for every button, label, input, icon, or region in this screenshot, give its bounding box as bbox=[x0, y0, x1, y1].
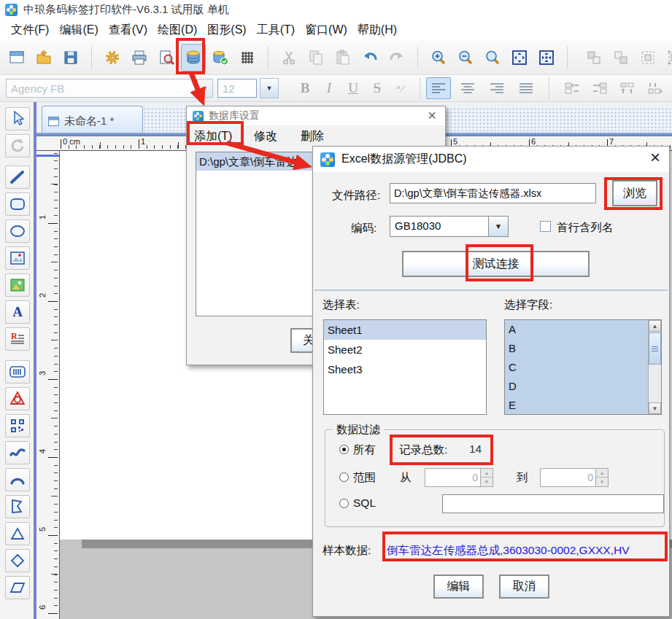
main-toolbar bbox=[0, 40, 672, 75]
browse-button[interactable]: 浏览 bbox=[612, 180, 657, 206]
sql-input[interactable] bbox=[442, 494, 664, 513]
curve-tool-button[interactable] bbox=[5, 441, 30, 464]
font-size-value: 12 bbox=[223, 82, 235, 95]
ruler-label: 6 bbox=[38, 602, 47, 613]
image-tool-button[interactable] bbox=[5, 246, 30, 270]
document-tab[interactable]: 未命名-1 * bbox=[42, 106, 143, 136]
align-justify-button[interactable] bbox=[514, 77, 538, 99]
field-option[interactable]: E bbox=[505, 396, 648, 415]
menu-window[interactable]: 窗口(W) bbox=[300, 20, 352, 40]
zoom-button[interactable] bbox=[480, 44, 505, 71]
menu-file[interactable]: 文件(F) bbox=[6, 20, 54, 40]
chevron-down-icon[interactable]: ▼ bbox=[488, 217, 508, 236]
print-button[interactable] bbox=[127, 44, 152, 71]
select-tool-button[interactable] bbox=[5, 107, 30, 131]
spinner-up-icon[interactable]: ▲ bbox=[595, 469, 608, 478]
db-dialog-titlebar[interactable]: 数据库设置 × bbox=[187, 106, 445, 125]
menu-help[interactable]: 帮助(H) bbox=[352, 20, 402, 40]
field-option[interactable]: B bbox=[505, 339, 648, 358]
scrollbar-thumb[interactable] bbox=[649, 332, 661, 365]
text-tool-button[interactable]: A bbox=[5, 300, 30, 324]
spinner-up-icon[interactable]: ▲ bbox=[480, 469, 493, 478]
settings-gear-button[interactable] bbox=[100, 44, 125, 71]
picture-tool-button[interactable] bbox=[5, 273, 30, 297]
italic-button[interactable]: I bbox=[317, 77, 341, 99]
test-connection-button[interactable]: 测试连接 bbox=[402, 251, 590, 277]
barcode-tool-button[interactable] bbox=[5, 360, 30, 384]
menu-shape[interactable]: 图形(S) bbox=[202, 20, 251, 40]
triangle-tool-button[interactable] bbox=[5, 522, 30, 545]
ellipse-tool-button[interactable] bbox=[5, 219, 30, 243]
font-name-arrow-icon[interactable]: ▼ bbox=[197, 79, 213, 98]
undo-button[interactable] bbox=[358, 44, 382, 71]
menu-draw[interactable]: 绘图(D) bbox=[152, 20, 202, 40]
zoom-out-button[interactable] bbox=[453, 44, 478, 71]
copy-button bbox=[304, 44, 328, 71]
scroll-down-icon[interactable]: ▼ bbox=[649, 402, 661, 414]
bold-button[interactable]: B bbox=[293, 77, 317, 99]
encoding-value: GB18030 bbox=[395, 219, 441, 232]
db-menu-delete[interactable]: 删除 bbox=[301, 129, 324, 144]
grid-button[interactable] bbox=[235, 44, 260, 71]
filter-sql-radio[interactable] bbox=[339, 499, 349, 508]
table-option[interactable]: Sheet2 bbox=[324, 340, 486, 359]
fields-scrollbar[interactable]: ▲ ▼ bbox=[648, 320, 661, 414]
print-preview-button[interactable] bbox=[154, 44, 179, 71]
database-connect-button[interactable] bbox=[208, 44, 233, 71]
db-menu-add[interactable]: 添加(T) bbox=[194, 129, 232, 144]
ruler-corner bbox=[36, 136, 60, 151]
zoom-in-button[interactable] bbox=[426, 44, 451, 71]
rich-text-tool-button[interactable]: R bbox=[5, 327, 30, 351]
align-center-button[interactable] bbox=[455, 77, 480, 99]
line-tool-button[interactable] bbox=[5, 166, 30, 189]
superscript-button[interactable]: ᴮ⟋ bbox=[390, 77, 413, 99]
encoding-select[interactable]: GB18030 ▼ bbox=[390, 216, 509, 237]
table-option[interactable]: Sheet1 bbox=[324, 320, 486, 340]
range-to-spinner[interactable]: 0 ▲ ▼ bbox=[540, 468, 609, 487]
scroll-up-icon[interactable]: ▲ bbox=[649, 320, 661, 332]
db-menu-modify[interactable]: 修改 bbox=[254, 129, 277, 144]
database-setup-button[interactable] bbox=[181, 44, 206, 71]
save-button[interactable] bbox=[58, 44, 83, 71]
tables-list[interactable]: Sheet1 Sheet2 Sheet3 bbox=[323, 319, 487, 415]
fit-content-button[interactable] bbox=[507, 44, 532, 71]
font-size-arrow-icon[interactable]: ▼ bbox=[260, 78, 279, 98]
parallelogram-tool-button[interactable] bbox=[5, 576, 30, 599]
field-option[interactable]: A bbox=[505, 320, 648, 339]
spinner-down-icon[interactable]: ▼ bbox=[480, 478, 493, 486]
strikethrough-button[interactable]: S bbox=[366, 77, 389, 99]
field-option[interactable]: C bbox=[505, 358, 648, 377]
file-path-input[interactable] bbox=[390, 183, 596, 203]
qrcode-tool-button[interactable] bbox=[5, 414, 30, 437]
align-left-button[interactable] bbox=[426, 77, 451, 99]
align-right-button[interactable] bbox=[484, 77, 509, 99]
new-document-button[interactable] bbox=[4, 44, 29, 71]
rounded-rect-tool-button[interactable] bbox=[5, 192, 30, 216]
underline-button[interactable]: U bbox=[341, 77, 365, 99]
table-option[interactable]: Sheet3 bbox=[324, 359, 486, 379]
filter-range-radio[interactable] bbox=[339, 472, 349, 482]
range-from-spinner[interactable]: 0 ▲ ▼ bbox=[425, 468, 493, 487]
cancel-button[interactable]: 取消 bbox=[499, 575, 549, 599]
field-option[interactable]: D bbox=[505, 377, 648, 396]
open-file-button[interactable] bbox=[31, 44, 56, 71]
shape-tool-button[interactable] bbox=[5, 387, 30, 410]
font-name-select[interactable]: Agency FB bbox=[6, 79, 197, 98]
parallelogram-icon bbox=[8, 578, 27, 597]
diamond-tool-button[interactable] bbox=[5, 549, 30, 572]
menu-edit[interactable]: 编辑(E) bbox=[54, 20, 103, 40]
polygon-tool-button[interactable] bbox=[5, 495, 30, 518]
font-size-select[interactable]: 12 bbox=[217, 79, 257, 98]
menu-view[interactable]: 查看(V) bbox=[104, 20, 152, 40]
edit-button[interactable]: 编辑 bbox=[433, 575, 484, 599]
menu-tools[interactable]: 工具(T) bbox=[252, 20, 300, 40]
fields-list[interactable]: A B C D E ▲ ▼ bbox=[504, 319, 662, 415]
close-icon[interactable]: × bbox=[650, 149, 660, 166]
spinner-down-icon[interactable]: ▼ bbox=[595, 478, 608, 486]
filter-all-radio[interactable] bbox=[339, 445, 349, 454]
first-row-checkbox[interactable] bbox=[540, 221, 551, 232]
arc-tool-button[interactable] bbox=[5, 468, 30, 491]
fit-page-button[interactable] bbox=[534, 44, 559, 71]
excel-dialog-titlebar[interactable]: Excel数据源管理(JDBC) × bbox=[313, 147, 669, 172]
close-icon[interactable]: × bbox=[428, 108, 436, 122]
